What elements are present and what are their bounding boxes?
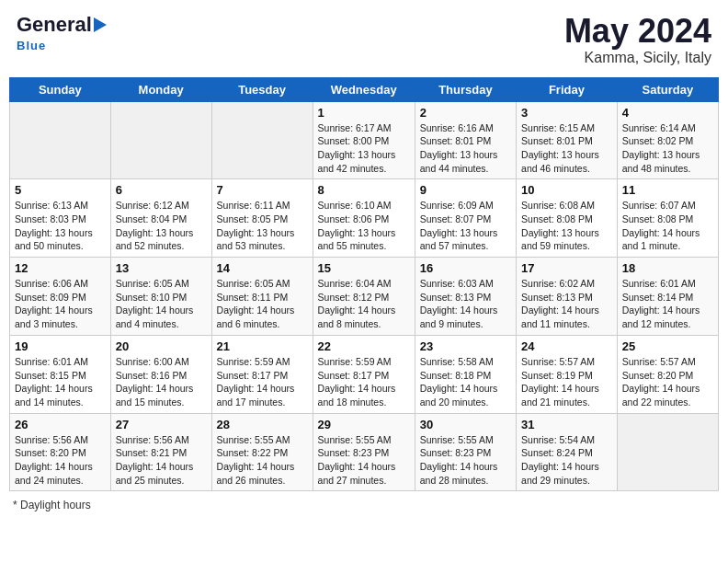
calendar-day-cell: 10Sunrise: 6:08 AM Sunset: 8:08 PM Dayli… <box>517 179 618 258</box>
day-info: Sunrise: 6:03 AM Sunset: 8:13 PM Dayligh… <box>420 277 511 331</box>
calendar-day-cell: 27Sunrise: 5:56 AM Sunset: 8:21 PM Dayli… <box>110 413 211 491</box>
day-number: 14 <box>217 261 308 275</box>
calendar-day-cell: 20Sunrise: 6:00 AM Sunset: 8:16 PM Dayli… <box>110 335 211 413</box>
day-info: Sunrise: 5:56 AM Sunset: 8:21 PM Dayligh… <box>116 433 207 488</box>
day-info: Sunrise: 6:16 AM Sunset: 8:01 PM Dayligh… <box>420 121 511 176</box>
calendar-day-cell: 1Sunrise: 6:17 AM Sunset: 8:00 PM Daylig… <box>313 101 415 179</box>
calendar-day-cell: 12Sunrise: 6:06 AM Sunset: 8:09 PM Dayli… <box>10 258 111 336</box>
calendar-day-cell: 19Sunrise: 6:01 AM Sunset: 8:15 PM Dayli… <box>10 335 111 413</box>
calendar-day-cell: 11Sunrise: 6:07 AM Sunset: 8:08 PM Dayli… <box>617 179 718 258</box>
day-number: 21 <box>217 339 308 353</box>
day-info: Sunrise: 6:01 AM Sunset: 8:15 PM Dayligh… <box>15 355 106 409</box>
calendar-table: SundayMondayTuesdayWednesdayThursdayFrid… <box>9 77 719 492</box>
day-info: Sunrise: 5:55 AM Sunset: 8:23 PM Dayligh… <box>420 433 511 488</box>
calendar-day-cell: 17Sunrise: 6:02 AM Sunset: 8:13 PM Dayli… <box>517 258 618 336</box>
day-info: Sunrise: 6:06 AM Sunset: 8:09 PM Dayligh… <box>15 277 106 331</box>
header-cell-tuesday: Tuesday <box>211 77 313 101</box>
day-info: Sunrise: 5:57 AM Sunset: 8:19 PM Dayligh… <box>521 355 612 409</box>
day-info: Sunrise: 6:12 AM Sunset: 8:04 PM Dayligh… <box>116 199 207 253</box>
day-number: 1 <box>318 106 410 120</box>
calendar-day-cell: 24Sunrise: 5:57 AM Sunset: 8:19 PM Dayli… <box>517 335 618 413</box>
day-info: Sunrise: 6:08 AM Sunset: 8:08 PM Dayligh… <box>521 199 612 253</box>
calendar-day-cell: 31Sunrise: 5:54 AM Sunset: 8:24 PM Dayli… <box>517 413 618 491</box>
day-number: 10 <box>521 183 612 197</box>
header-cell-saturday: Saturday <box>617 77 718 101</box>
day-info: Sunrise: 6:05 AM Sunset: 8:11 PM Dayligh… <box>217 277 308 331</box>
day-number: 18 <box>622 261 713 275</box>
day-number: 2 <box>420 106 511 120</box>
day-number: 20 <box>116 339 207 353</box>
day-number: 11 <box>622 183 713 197</box>
day-info: Sunrise: 6:10 AM Sunset: 8:06 PM Dayligh… <box>318 199 410 253</box>
day-number: 28 <box>217 418 308 431</box>
day-info: Sunrise: 5:59 AM Sunset: 8:17 PM Dayligh… <box>217 355 308 409</box>
calendar-day-cell: 14Sunrise: 6:05 AM Sunset: 8:11 PM Dayli… <box>211 258 313 336</box>
day-number: 7 <box>217 183 308 197</box>
header-cell-friday: Friday <box>517 77 618 101</box>
calendar-day-cell: 6Sunrise: 6:12 AM Sunset: 8:04 PM Daylig… <box>110 179 211 258</box>
footer-note: * Daylight hours <box>9 499 719 511</box>
day-info: Sunrise: 5:56 AM Sunset: 8:20 PM Dayligh… <box>15 433 106 488</box>
calendar-day-cell: 9Sunrise: 6:09 AM Sunset: 8:07 PM Daylig… <box>415 179 516 258</box>
calendar-day-cell: 21Sunrise: 5:59 AM Sunset: 8:17 PM Dayli… <box>211 335 313 413</box>
day-info: Sunrise: 6:07 AM Sunset: 8:08 PM Dayligh… <box>622 199 713 253</box>
calendar-day-cell: 25Sunrise: 5:57 AM Sunset: 8:20 PM Dayli… <box>617 335 718 413</box>
calendar-week-row: 12Sunrise: 6:06 AM Sunset: 8:09 PM Dayli… <box>10 258 719 336</box>
logo-arrow-icon <box>94 17 107 32</box>
day-number: 17 <box>521 261 612 275</box>
day-number: 4 <box>622 106 713 120</box>
day-info: Sunrise: 5:54 AM Sunset: 8:24 PM Dayligh… <box>521 433 612 488</box>
day-info: Sunrise: 6:02 AM Sunset: 8:13 PM Dayligh… <box>521 277 612 331</box>
calendar-header-row: SundayMondayTuesdayWednesdayThursdayFrid… <box>10 77 719 101</box>
day-number: 5 <box>15 183 106 197</box>
calendar-day-cell: 15Sunrise: 6:04 AM Sunset: 8:12 PM Dayli… <box>313 258 415 336</box>
calendar-day-cell: 4Sunrise: 6:14 AM Sunset: 8:02 PM Daylig… <box>617 101 718 179</box>
day-number: 19 <box>15 339 106 353</box>
day-number: 8 <box>318 183 410 197</box>
day-info: Sunrise: 5:55 AM Sunset: 8:23 PM Dayligh… <box>318 433 410 488</box>
day-number: 29 <box>318 418 410 431</box>
day-number: 16 <box>420 261 511 275</box>
logo: General Blue <box>17 13 107 53</box>
header-cell-sunday: Sunday <box>10 77 111 101</box>
day-number: 3 <box>521 106 612 120</box>
header-cell-wednesday: Wednesday <box>313 77 415 101</box>
day-info: Sunrise: 6:01 AM Sunset: 8:14 PM Dayligh… <box>622 277 713 331</box>
month-title: May 2024 <box>564 13 711 50</box>
calendar-day-cell: 18Sunrise: 6:01 AM Sunset: 8:14 PM Dayli… <box>617 258 718 336</box>
footer-note-text: Daylight hours <box>20 499 91 511</box>
calendar-day-cell <box>110 101 211 179</box>
calendar-day-cell: 29Sunrise: 5:55 AM Sunset: 8:23 PM Dayli… <box>313 413 415 491</box>
calendar-day-cell: 22Sunrise: 5:59 AM Sunset: 8:17 PM Dayli… <box>313 335 415 413</box>
day-info: Sunrise: 5:57 AM Sunset: 8:20 PM Dayligh… <box>622 355 713 409</box>
calendar-day-cell: 3Sunrise: 6:15 AM Sunset: 8:01 PM Daylig… <box>517 101 618 179</box>
day-number: 22 <box>318 339 410 353</box>
day-info: Sunrise: 5:55 AM Sunset: 8:22 PM Dayligh… <box>217 433 308 488</box>
day-info: Sunrise: 5:58 AM Sunset: 8:18 PM Dayligh… <box>420 355 511 409</box>
title-area: May 2024 Kamma, Sicily, Italy <box>564 13 711 66</box>
calendar-day-cell: 26Sunrise: 5:56 AM Sunset: 8:20 PM Dayli… <box>10 413 111 491</box>
header-cell-thursday: Thursday <box>415 77 516 101</box>
calendar-day-cell: 16Sunrise: 6:03 AM Sunset: 8:13 PM Dayli… <box>415 258 516 336</box>
calendar-day-cell: 13Sunrise: 6:05 AM Sunset: 8:10 PM Dayli… <box>110 258 211 336</box>
calendar-day-cell: 2Sunrise: 6:16 AM Sunset: 8:01 PM Daylig… <box>415 101 516 179</box>
logo-blue-text: Blue <box>17 39 46 52</box>
day-info: Sunrise: 6:15 AM Sunset: 8:01 PM Dayligh… <box>521 121 612 176</box>
day-number: 13 <box>116 261 207 275</box>
day-number: 30 <box>420 418 511 431</box>
calendar-day-cell: 30Sunrise: 5:55 AM Sunset: 8:23 PM Dayli… <box>415 413 516 491</box>
calendar-week-row: 5Sunrise: 6:13 AM Sunset: 8:03 PM Daylig… <box>10 179 719 258</box>
day-number: 31 <box>521 418 612 431</box>
day-number: 6 <box>116 183 207 197</box>
day-number: 9 <box>420 183 511 197</box>
day-number: 12 <box>15 261 106 275</box>
day-info: Sunrise: 6:05 AM Sunset: 8:10 PM Dayligh… <box>116 277 207 331</box>
day-info: Sunrise: 6:09 AM Sunset: 8:07 PM Dayligh… <box>420 199 511 253</box>
day-number: 24 <box>521 339 612 353</box>
calendar-day-cell: 5Sunrise: 6:13 AM Sunset: 8:03 PM Daylig… <box>10 179 111 258</box>
day-info: Sunrise: 6:13 AM Sunset: 8:03 PM Dayligh… <box>15 199 106 253</box>
day-info: Sunrise: 6:11 AM Sunset: 8:05 PM Dayligh… <box>217 199 308 253</box>
day-info: Sunrise: 6:04 AM Sunset: 8:12 PM Dayligh… <box>318 277 410 331</box>
day-number: 26 <box>15 418 106 431</box>
location-title: Kamma, Sicily, Italy <box>564 50 711 66</box>
